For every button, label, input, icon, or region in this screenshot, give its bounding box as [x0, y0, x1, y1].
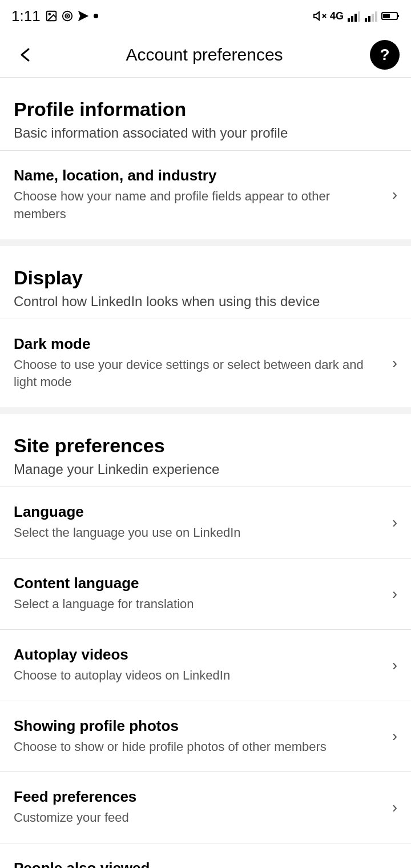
battery-icon	[381, 11, 400, 21]
display-subtitle: Control how LinkedIn looks when using th…	[14, 294, 397, 310]
feed-preferences-title: Feed preferences	[14, 788, 383, 806]
content-language-desc: Select a language for translation	[14, 596, 383, 613]
site-preferences-subtitle: Manage your Linkedin experience	[14, 461, 397, 477]
content-language-item[interactable]: Content language Select a language for t…	[0, 558, 411, 629]
svg-rect-13	[365, 18, 367, 22]
status-bar: 1:11 4G	[0, 0, 411, 32]
feed-preferences-text: Feed preferences Customize your feed	[14, 788, 392, 827]
people-also-viewed-item[interactable]: People also viewed Choose if this featur…	[0, 843, 411, 868]
gallery-icon	[45, 10, 58, 22]
people-also-viewed-title: People also viewed	[14, 859, 383, 868]
svg-rect-15	[372, 14, 374, 22]
dark-mode-item[interactable]: Dark mode Choose to use your device sett…	[0, 319, 411, 408]
language-title: Language	[14, 503, 383, 521]
name-location-industry-item[interactable]: Name, location, and industry Choose how …	[0, 150, 411, 239]
signal-icon-1	[347, 10, 361, 22]
send-icon	[77, 10, 90, 22]
svg-rect-16	[375, 11, 377, 22]
language-text: Language Select the language you use on …	[14, 503, 392, 542]
status-time: 1:11	[11, 7, 41, 25]
language-item[interactable]: Language Select the language you use on …	[0, 487, 411, 558]
help-button[interactable]: ?	[370, 40, 400, 70]
site-preferences-title: Site preferences	[14, 435, 397, 457]
divider-2	[0, 407, 411, 414]
svg-rect-19	[383, 14, 390, 18]
autoplay-videos-desc: Choose to autoplay videos on LinkedIn	[14, 667, 383, 685]
svg-point-4	[67, 15, 68, 17]
showing-profile-photos-item[interactable]: Showing profile photos Choose to show or…	[0, 701, 411, 772]
name-location-industry-text: Name, location, and industry Choose how …	[14, 167, 392, 223]
showing-profile-photos-chevron: ›	[392, 727, 397, 745]
page-title: Account preferences	[126, 45, 283, 65]
name-location-industry-title: Name, location, and industry	[14, 167, 383, 184]
svg-rect-9	[348, 18, 350, 22]
profile-information-title: Profile information	[14, 98, 397, 120]
svg-rect-14	[368, 16, 370, 22]
feed-preferences-desc: Customize your feed	[14, 809, 383, 827]
autoplay-videos-chevron: ›	[392, 656, 397, 674]
dark-mode-title: Dark mode	[14, 335, 383, 353]
mute-icon	[313, 9, 327, 23]
display-header: Display Control how LinkedIn looks when …	[0, 246, 411, 319]
help-icon: ?	[380, 46, 389, 64]
status-icons	[45, 10, 99, 22]
site-preferences-header: Site preferences Manage your Linkedin ex…	[0, 414, 411, 487]
svg-point-6	[94, 14, 98, 18]
language-chevron: ›	[392, 513, 397, 532]
profile-information-subtitle: Basic information associated with your p…	[14, 125, 397, 141]
back-button[interactable]	[11, 41, 39, 69]
showing-profile-photos-text: Showing profile photos Choose to show or…	[14, 717, 392, 756]
showing-profile-photos-title: Showing profile photos	[14, 717, 383, 735]
back-arrow-icon	[15, 45, 35, 65]
content-language-text: Content language Select a language for t…	[14, 574, 392, 613]
name-location-industry-desc: Choose how your name and profile fields …	[14, 188, 383, 223]
svg-rect-10	[351, 16, 353, 22]
showing-profile-photos-desc: Choose to show or hide profile photos of…	[14, 738, 383, 756]
content: Profile information Basic information as…	[0, 78, 411, 868]
dark-mode-desc: Choose to use your device settings or se…	[14, 356, 383, 392]
autoplay-videos-title: Autoplay videos	[14, 646, 383, 664]
dark-mode-chevron: ›	[392, 354, 397, 372]
people-also-viewed-text: People also viewed Choose if this featur…	[14, 859, 392, 868]
display-title: Display	[14, 267, 397, 289]
autoplay-videos-item[interactable]: Autoplay videos Choose to autoplay video…	[0, 629, 411, 701]
signal-icon-2	[364, 10, 378, 22]
4g-icon: 4G	[330, 10, 344, 22]
dark-mode-text: Dark mode Choose to use your device sett…	[14, 335, 392, 392]
divider-1	[0, 239, 411, 246]
content-language-chevron: ›	[392, 585, 397, 603]
status-bar-right: 4G	[313, 9, 400, 23]
svg-point-1	[49, 13, 50, 15]
profile-information-header: Profile information Basic information as…	[0, 78, 411, 150]
svg-rect-11	[354, 14, 357, 22]
svg-rect-12	[358, 11, 360, 22]
name-location-industry-chevron: ›	[392, 186, 397, 204]
feed-preferences-item[interactable]: Feed preferences Customize your feed ›	[0, 771, 411, 843]
svg-marker-5	[78, 11, 88, 21]
top-nav: Account preferences ?	[0, 32, 411, 78]
target-icon	[61, 10, 74, 22]
dot-icon	[93, 13, 99, 19]
feed-preferences-chevron: ›	[392, 798, 397, 817]
status-bar-left: 1:11	[11, 7, 99, 25]
autoplay-videos-text: Autoplay videos Choose to autoplay video…	[14, 646, 392, 685]
language-desc: Select the language you use on LinkedIn	[14, 524, 383, 542]
svg-rect-18	[397, 15, 399, 17]
content-language-title: Content language	[14, 574, 383, 592]
